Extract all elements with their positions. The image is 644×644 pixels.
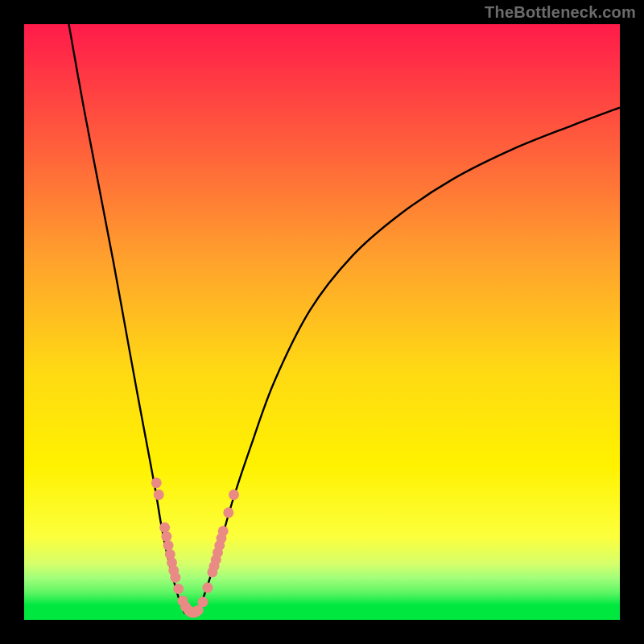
data-marker: [218, 526, 229, 536]
watermark-text: TheBottleneck.com: [485, 3, 636, 22]
chart-plot-area: [24, 24, 620, 620]
data-marker: [151, 477, 162, 488]
data-marker: [161, 531, 171, 542]
chart-svg: [24, 24, 620, 620]
data-marker: [154, 489, 164, 500]
data-marker: [173, 584, 184, 594]
gradient-background: [24, 24, 620, 620]
data-marker: [163, 540, 174, 551]
data-marker: [198, 597, 208, 607]
data-marker: [229, 489, 239, 500]
data-marker: [202, 583, 213, 593]
data-marker: [170, 572, 180, 583]
chart-frame: TheBottleneck.com: [0, 0, 644, 644]
data-marker: [223, 507, 233, 518]
data-marker: [159, 522, 170, 533]
green-bottom-band: [24, 605, 620, 620]
